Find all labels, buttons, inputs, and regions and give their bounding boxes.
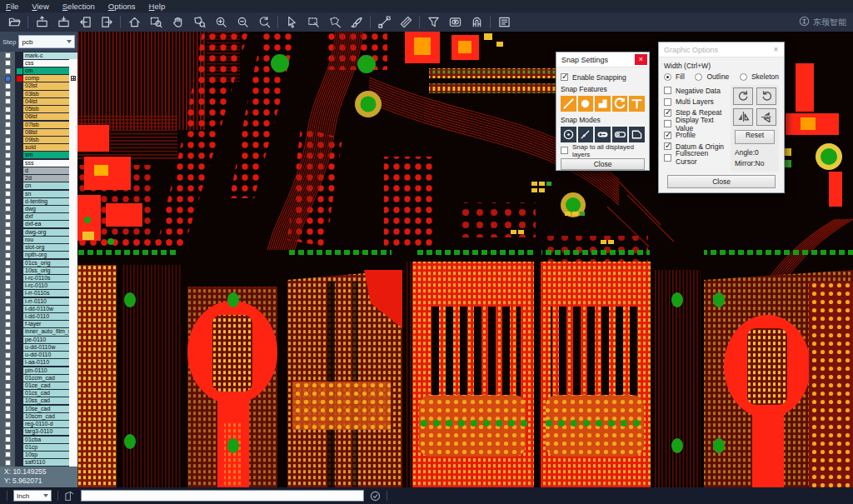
radio-outline[interactable]: Outline xyxy=(695,72,729,81)
layer-row-d-tenting[interactable]: d-tenting xyxy=(0,197,77,205)
zoom-polygon-icon[interactable] xyxy=(188,13,210,31)
layer-visibility-checkbox[interactable] xyxy=(5,283,11,289)
layer-row-01cs_cad[interactable]: 01cs_cad xyxy=(0,390,77,397)
layer-row-10scm_cad[interactable]: 10scm_cad xyxy=(0,412,77,420)
notes-panel-icon[interactable] xyxy=(493,13,515,31)
mode-edge-icon[interactable] xyxy=(578,127,594,142)
layer-visibility-checkbox[interactable] xyxy=(5,160,11,166)
layer-visibility-checkbox[interactable] xyxy=(5,406,11,412)
layer-row-10ss_cad[interactable]: 10ss_cad xyxy=(0,397,77,405)
measure-line-icon[interactable] xyxy=(373,13,395,31)
layer-row-10ss_orig[interactable]: 10ss_orig xyxy=(0,267,77,274)
graphic-dialog-titlebar[interactable]: Graphic Options × xyxy=(659,42,784,57)
layer-visibility-checkbox[interactable] xyxy=(5,167,11,173)
layer-visibility-checkbox[interactable] xyxy=(5,322,11,327)
layer-visibility-checkbox[interactable] xyxy=(5,52,11,58)
export-box-icon[interactable] xyxy=(52,13,74,31)
snap-all-layers-checkbox[interactable]: Snap to all displayed layers xyxy=(561,145,645,156)
menu-file[interactable]: File xyxy=(6,2,18,11)
snap-line-icon[interactable] xyxy=(561,96,576,112)
layer-visibility-checkbox[interactable] xyxy=(5,183,11,189)
brush-icon[interactable] xyxy=(346,13,367,31)
graphic-close-button[interactable]: Close xyxy=(667,175,776,188)
layer-visibility-checkbox[interactable] xyxy=(5,344,11,350)
layer-visibility-checkbox[interactable] xyxy=(5,107,11,112)
layer-visibility-checkbox[interactable] xyxy=(5,145,11,151)
layer-row-02lst[interactable]: 02lst xyxy=(0,82,77,90)
snap-pad-icon[interactable] xyxy=(578,96,594,112)
step-dropdown[interactable]: pcb xyxy=(18,35,75,48)
confirm-check-icon[interactable] xyxy=(370,491,381,502)
ruler-icon[interactable] xyxy=(395,13,417,31)
layer-visibility-checkbox[interactable] xyxy=(5,452,11,457)
layer-row-comp[interactable]: comp xyxy=(0,75,77,82)
zoom-area-icon[interactable] xyxy=(145,13,167,31)
layer-visibility-checkbox[interactable] xyxy=(5,437,11,442)
menu-options[interactable]: Options xyxy=(108,2,136,11)
open-folder-icon[interactable] xyxy=(3,13,25,31)
layer-row-sn[interactable]: sn xyxy=(0,190,77,197)
layer-visibility-checkbox[interactable] xyxy=(5,76,11,82)
layer-row-01cba[interactable]: 01cba xyxy=(0,436,77,443)
layer-visibility-checkbox[interactable] xyxy=(5,306,11,312)
layer-row-03lsb[interactable]: 03lsb xyxy=(0,90,77,97)
layer-row-i-rr-0110s[interactable]: i-rr-0110s xyxy=(0,290,77,297)
snap-close-button[interactable]: Close xyxy=(561,158,645,170)
layer-row-10se_cad[interactable]: 10se_cad xyxy=(0,405,77,412)
layer-visibility-checkbox[interactable] xyxy=(5,329,11,335)
rect-select-icon[interactable] xyxy=(302,13,324,31)
command-input[interactable] xyxy=(81,490,364,502)
close-icon[interactable]: × xyxy=(635,54,647,65)
layer-row-08lst[interactable]: 08lst xyxy=(0,128,77,136)
layer-visibility-checkbox[interactable] xyxy=(5,176,11,182)
filter-icon[interactable] xyxy=(422,13,444,31)
layer-visibility-checkbox[interactable] xyxy=(5,91,11,97)
layer-visibility-checkbox[interactable] xyxy=(5,260,11,266)
layer-row-10sp[interactable]: 10sp xyxy=(0,451,77,458)
layer-row-sss[interactable]: sss xyxy=(0,159,77,167)
layer-visibility-checkbox[interactable] xyxy=(5,267,11,273)
checkbox-fullscreen-cursor[interactable]: Fullscreen Cursor xyxy=(664,152,727,162)
layer-row-i-rc-0110s[interactable]: i-rc-0110s xyxy=(0,274,77,282)
layer-visibility-checkbox[interactable] xyxy=(5,422,11,427)
layer-row-u-dd-0110[interactable]: u-dd-0110 xyxy=(0,352,77,359)
layer-visibility-checkbox[interactable] xyxy=(5,114,11,120)
layer-row-npth-org[interactable]: npth-org xyxy=(0,252,77,259)
layer-row-cn[interactable]: cn xyxy=(0,182,77,190)
layer-row-saf0110[interactable]: saf0110 xyxy=(0,459,77,467)
snap-dialog-titlebar[interactable]: Snap Settings × xyxy=(556,52,649,67)
pan-hand-icon[interactable] xyxy=(167,13,188,31)
snap-arc-icon[interactable] xyxy=(612,96,628,112)
zoom-in-icon[interactable] xyxy=(210,13,232,31)
layer-visibility-checkbox[interactable] xyxy=(5,252,11,258)
layer-visibility-checkbox[interactable] xyxy=(5,352,11,358)
layer-row-pe-0110[interactable]: pe-0110 xyxy=(0,336,77,343)
layer-visibility-checkbox[interactable] xyxy=(5,60,11,66)
layer-visibility-checkbox[interactable] xyxy=(5,214,11,220)
reset-button[interactable]: Reset xyxy=(735,130,775,144)
layer-row-rou[interactable]: rou xyxy=(0,236,77,243)
layer-row-slot-org[interactable]: slot-org xyxy=(0,243,77,251)
layer-row-mark-c[interactable]: mark-c xyxy=(0,52,77,59)
radio-fill[interactable]: Fill xyxy=(664,72,685,81)
layer-visibility-checkbox[interactable] xyxy=(5,375,11,381)
flip-vertical-icon[interactable] xyxy=(756,108,776,126)
layer-film-icon[interactable] xyxy=(71,76,76,81)
layer-visibility-checkbox[interactable] xyxy=(5,198,11,204)
mode-slot-filled-icon[interactable] xyxy=(595,127,611,142)
home-icon[interactable] xyxy=(123,13,145,31)
menu-selection[interactable]: Selection xyxy=(62,2,95,11)
mode-surface-icon[interactable] xyxy=(629,127,645,142)
layer-visibility-checkbox[interactable] xyxy=(5,68,11,74)
layer-row-09lsb[interactable]: 09lsb xyxy=(0,136,77,143)
units-dropdown[interactable]: Inch xyxy=(13,490,52,502)
select-arrow-icon[interactable] xyxy=(281,13,302,31)
page-out-icon[interactable] xyxy=(96,13,117,31)
menu-help[interactable]: Help xyxy=(149,2,166,11)
checkbox-multi-layers[interactable]: Multi Layers xyxy=(664,96,727,107)
layer-row-targ3-0110[interactable]: targ3-0110 xyxy=(0,428,77,436)
page-in-icon[interactable] xyxy=(74,13,96,31)
layer-visibility-checkbox[interactable] xyxy=(5,383,11,389)
menu-view[interactable]: View xyxy=(32,2,48,11)
layer-visibility-checkbox[interactable] xyxy=(5,314,11,320)
